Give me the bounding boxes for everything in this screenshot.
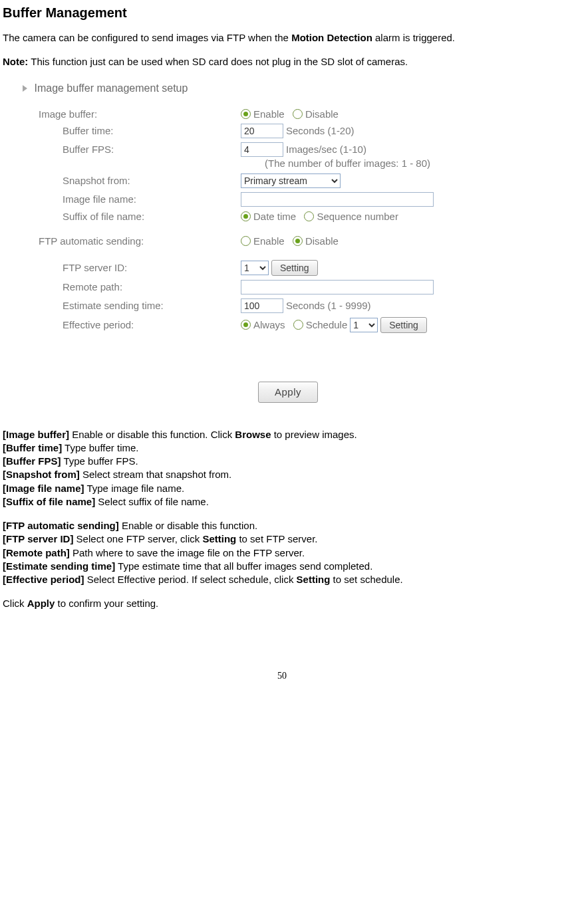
radio-label-date-time: Date time <box>253 211 296 222</box>
label-suffix-file-name: Suffix of file name: <box>15 211 241 222</box>
label-snapshot-from: Snapshot from: <box>15 175 241 186</box>
def-key: [Image buffer] <box>3 429 69 440</box>
def-text: Type estimate time that all buffer image… <box>115 560 372 572</box>
def-bold2: Browse <box>235 429 271 440</box>
radio-label-schedule: Schedule <box>306 319 348 330</box>
select-ftp-server-id[interactable]: 1 <box>241 261 269 275</box>
def-key: [Estimate sending time] <box>3 560 115 572</box>
def-text: Select Effective period. If select sched… <box>84 574 297 585</box>
label-effective-period: Effective period: <box>15 319 241 330</box>
input-remote-path[interactable] <box>241 280 434 294</box>
radio-ftp-enable[interactable] <box>241 236 251 246</box>
apply-button[interactable]: Apply <box>258 382 318 403</box>
note-label: Note: <box>3 56 28 67</box>
closing-post: to confirm your setting. <box>55 598 158 609</box>
label-image-buffer: Image buffer: <box>15 108 241 120</box>
label-buffer-fps: Buffer FPS: <box>15 144 241 155</box>
def-bold2: Setting <box>202 533 236 544</box>
def-key: [Buffer FPS] <box>3 455 61 467</box>
label-ftp-server-id: FTP server ID: <box>15 262 241 273</box>
schedule-setting-button[interactable]: Setting <box>380 317 427 333</box>
radio-label-disable: Disable <box>305 108 339 120</box>
def-text: Enable or disable this function. <box>119 520 257 531</box>
intro-bold: Motion Detection <box>291 32 372 43</box>
form-title: Image buffer management setup <box>15 82 561 94</box>
def-text: Select one FTP server, click <box>73 533 202 544</box>
def-key: [Buffer time] <box>3 442 62 453</box>
note-buffer-images: (The number of buffer images: 1 - 80) <box>15 158 561 169</box>
def-key: [Effective period] <box>3 574 84 585</box>
def-text: Select stream that snapshot from. <box>80 469 231 480</box>
input-estimate-time[interactable] <box>241 298 283 313</box>
suffix-buffer-fps: Images/sec (1-10) <box>286 144 366 155</box>
def-text2: to set FTP server. <box>236 533 317 544</box>
label-ftp-auto: FTP automatic sending: <box>15 235 241 247</box>
def-text: Type image file name. <box>84 483 185 494</box>
radio-image-buffer-enable[interactable] <box>241 109 251 119</box>
closing-paragraph: Click Apply to confirm your setting. <box>3 597 561 610</box>
input-buffer-time[interactable] <box>241 124 283 138</box>
suffix-buffer-time: Seconds (1-20) <box>286 125 354 136</box>
def-text: Type buffer FPS. <box>61 455 138 467</box>
note-text: This function just can be used when SD c… <box>28 56 408 67</box>
note-paragraph: Note: This function just can be used whe… <box>3 55 561 68</box>
radio-suffix-date-time[interactable] <box>241 211 251 221</box>
intro-paragraph: The camera can be configured to send ima… <box>3 31 561 45</box>
radio-effective-schedule[interactable] <box>293 320 303 330</box>
def-key: [Image file name] <box>3 483 84 494</box>
input-buffer-fps[interactable] <box>241 142 283 157</box>
form-panel: Image buffer management setup Image buff… <box>3 80 561 408</box>
def-bold2: Setting <box>297 574 331 585</box>
select-snapshot-from[interactable]: Primary stream <box>241 173 341 188</box>
caret-right-icon <box>23 85 27 92</box>
def-text: Enable or disable this function. Click <box>69 429 235 440</box>
definitions-block-2: [FTP automatic sending] Enable or disabl… <box>3 519 561 586</box>
input-image-file-name[interactable] <box>241 192 434 207</box>
radio-suffix-sequence[interactable] <box>304 211 314 221</box>
def-key: [Suffix of file name] <box>3 496 95 507</box>
radio-label-ftp-enable: Enable <box>253 235 285 247</box>
radio-label-sequence: Sequence number <box>317 211 398 222</box>
intro-text-pre: The camera can be configured to send ima… <box>3 32 291 43</box>
def-text: Select suffix of file name. <box>95 496 209 507</box>
suffix-estimate-time: Seconds (1 - 9999) <box>286 300 371 311</box>
radio-label-ftp-disable: Disable <box>305 235 339 247</box>
def-text: Path where to save the image file on the… <box>70 547 305 558</box>
label-buffer-time: Buffer time: <box>15 125 241 136</box>
ftp-setting-button[interactable]: Setting <box>271 260 318 276</box>
select-schedule-id[interactable]: 1 <box>350 318 378 332</box>
label-estimate-time: Estimate sending time: <box>15 300 241 311</box>
closing-pre: Click <box>3 598 27 609</box>
radio-label-always: Always <box>253 319 285 330</box>
form-title-text: Image buffer management setup <box>34 82 188 94</box>
def-text2: to set schedule. <box>330 574 402 585</box>
def-key: [Snapshot from] <box>3 469 80 480</box>
definitions-block-1: [Image buffer] Enable or disable this fu… <box>3 428 561 509</box>
page-title: Buffer Management <box>3 5 561 21</box>
def-key: [FTP server ID] <box>3 533 73 544</box>
radio-ftp-disable[interactable] <box>293 236 303 246</box>
radio-image-buffer-disable[interactable] <box>293 109 303 119</box>
label-remote-path: Remote path: <box>15 281 241 292</box>
page-number: 50 <box>3 671 561 681</box>
def-text2: to preview images. <box>271 429 357 440</box>
def-text: Type buffer time. <box>62 442 138 453</box>
closing-bold: Apply <box>27 598 55 609</box>
intro-text-post: alarm is triggered. <box>372 32 455 43</box>
radio-effective-always[interactable] <box>241 320 251 330</box>
label-image-file-name: Image file name: <box>15 193 241 205</box>
def-key: [FTP automatic sending] <box>3 520 119 531</box>
def-key: [Remote path] <box>3 547 70 558</box>
radio-label-enable: Enable <box>253 108 285 120</box>
